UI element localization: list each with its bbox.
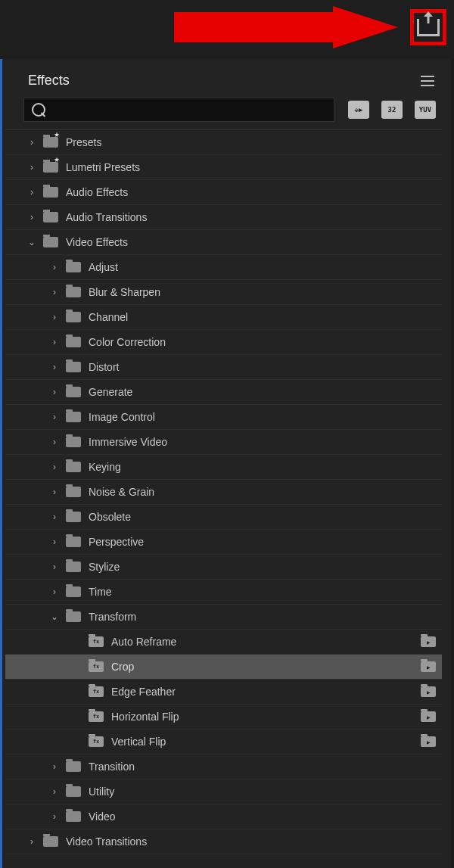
- chevron-right-icon[interactable]: ›: [49, 811, 60, 822]
- folder-icon: [66, 811, 81, 822]
- svg-marker-0: [174, 6, 398, 48]
- folder-icon: [66, 437, 81, 447]
- tree-item-label: Edge Feather: [111, 686, 421, 698]
- tree-item-label: Color Correction: [89, 336, 442, 348]
- folder-icon: [66, 562, 81, 572]
- panel-menu-button[interactable]: [421, 76, 434, 86]
- tree-item-label: Adjust: [89, 261, 442, 273]
- chevron-right-icon[interactable]: ›: [26, 137, 37, 148]
- accelerated-effect-icon: [421, 736, 436, 747]
- tree-item-label: Video Transitions: [66, 835, 442, 848]
- effect-icon: fx: [89, 711, 104, 722]
- tree-row[interactable]: ›Image Control: [5, 405, 442, 430]
- tree-row[interactable]: ›Adjust: [5, 255, 442, 280]
- search-input[interactable]: [51, 103, 326, 117]
- chevron-right-icon[interactable]: ›: [49, 562, 60, 572]
- tree-row[interactable]: ›Time: [5, 580, 442, 605]
- tree-row[interactable]: ›Video: [5, 804, 442, 829]
- tree-row[interactable]: ›Blur & Sharpen: [5, 280, 442, 305]
- tree-item-label: Video Effects: [66, 236, 442, 248]
- no-disclosure: [72, 661, 82, 672]
- tree-row[interactable]: fxVertical Flip: [5, 730, 442, 754]
- chevron-right-icon[interactable]: ›: [49, 287, 60, 297]
- accelerated-effect-icon: [421, 711, 436, 722]
- folder-icon: [66, 786, 81, 797]
- tree-row[interactable]: ›Generate: [5, 380, 442, 405]
- tree-row[interactable]: fxAuto Reframe: [5, 630, 442, 655]
- search-box[interactable]: [23, 98, 334, 122]
- chevron-right-icon[interactable]: ›: [49, 786, 60, 797]
- tree-item-label: Channel: [89, 311, 442, 323]
- tree-row[interactable]: ›Perspective: [5, 530, 442, 555]
- tree-row[interactable]: ›Transition: [5, 754, 442, 779]
- tree-row[interactable]: ›Immersive Video: [5, 430, 442, 455]
- annotation-arrow: [174, 6, 401, 48]
- tree-item-label: Presets: [66, 136, 442, 148]
- tree-item-label: Noise & Grain: [89, 486, 442, 498]
- tree-row[interactable]: ›Utility: [5, 779, 442, 804]
- tree-item-label: Obsolete: [89, 511, 442, 523]
- tree-row[interactable]: ›Audio Transitions: [5, 205, 442, 230]
- tree-item-label: Audio Transitions: [66, 211, 442, 223]
- chevron-right-icon[interactable]: ›: [49, 437, 60, 447]
- tree-row[interactable]: ⌄Transform: [5, 605, 442, 630]
- chevron-right-icon[interactable]: ›: [49, 337, 60, 347]
- tree-row[interactable]: ›Presets: [5, 130, 442, 155]
- no-disclosure: [72, 736, 82, 747]
- chevron-right-icon[interactable]: ›: [49, 537, 60, 547]
- folder-icon: [66, 537, 81, 547]
- folder-icon: [66, 337, 81, 347]
- tree-row[interactable]: ›Obsolete: [5, 505, 442, 530]
- chevron-right-icon[interactable]: ›: [49, 761, 60, 772]
- chevron-right-icon[interactable]: ›: [49, 462, 60, 472]
- tree-item-label: Generate: [89, 386, 442, 398]
- tree-row[interactable]: ›Color Correction: [5, 330, 442, 355]
- chevron-right-icon[interactable]: ›: [26, 162, 37, 173]
- tree-row[interactable]: fxEdge Feather: [5, 680, 442, 705]
- tree-row[interactable]: ›Audio Effects: [5, 180, 442, 205]
- tree-row[interactable]: ›Keying: [5, 455, 442, 480]
- chevron-down-icon[interactable]: ⌄: [26, 237, 37, 247]
- chevron-right-icon[interactable]: ›: [49, 387, 60, 397]
- chevron-right-icon[interactable]: ›: [49, 362, 60, 372]
- yuv-filter[interactable]: YUV: [415, 101, 436, 119]
- chevron-down-icon[interactable]: ⌄: [49, 611, 60, 622]
- accelerated-effect-icon: [421, 686, 436, 697]
- effects-tree[interactable]: ›Presets›Lumetri Presets›Audio Effects›A…: [5, 129, 442, 854]
- tree-row[interactable]: ›Stylize: [5, 555, 442, 580]
- tree-item-label: Stylize: [89, 561, 442, 573]
- tree-row[interactable]: ⌄Video Effects: [5, 230, 442, 255]
- tree-item-label: Perspective: [89, 536, 442, 548]
- folder-icon: [43, 187, 58, 198]
- chevron-right-icon[interactable]: ›: [49, 512, 60, 522]
- no-disclosure: [72, 636, 82, 647]
- accelerated-effect-icon: [421, 636, 436, 647]
- tree-item-label: Image Control: [89, 411, 442, 423]
- panel-title: Effects: [28, 73, 70, 89]
- chevron-right-icon[interactable]: ›: [26, 836, 37, 847]
- app-topbar: [0, 0, 454, 59]
- tree-row[interactable]: fxHorizontal Flip: [5, 705, 442, 730]
- chevron-right-icon[interactable]: ›: [49, 586, 60, 597]
- chevron-right-icon[interactable]: ›: [49, 312, 60, 322]
- chevron-right-icon[interactable]: ›: [49, 412, 60, 422]
- chevron-right-icon[interactable]: ›: [49, 262, 60, 272]
- accelerated-effect-icon: [421, 661, 436, 672]
- 32bit-filter[interactable]: 32: [381, 101, 403, 119]
- tree-row[interactable]: ›Channel: [5, 305, 442, 330]
- folder-icon: [66, 312, 81, 322]
- fx-type-filter[interactable]: ⬙▶: [348, 101, 369, 119]
- chevron-right-icon[interactable]: ›: [26, 212, 37, 222]
- chevron-right-icon[interactable]: ›: [49, 487, 60, 497]
- folder-icon: [66, 761, 81, 772]
- export-button[interactable]: [410, 9, 446, 45]
- tree-row[interactable]: fxCrop: [5, 655, 442, 680]
- tree-row[interactable]: ›Video Transitions: [5, 829, 442, 854]
- folder-icon: [43, 836, 58, 847]
- tree-row[interactable]: ›Lumetri Presets: [5, 155, 442, 180]
- chevron-right-icon[interactable]: ›: [26, 187, 37, 198]
- folder-icon: [66, 362, 81, 372]
- tree-row[interactable]: ›Noise & Grain: [5, 480, 442, 505]
- effect-icon: fx: [89, 686, 104, 697]
- tree-row[interactable]: ›Distort: [5, 355, 442, 380]
